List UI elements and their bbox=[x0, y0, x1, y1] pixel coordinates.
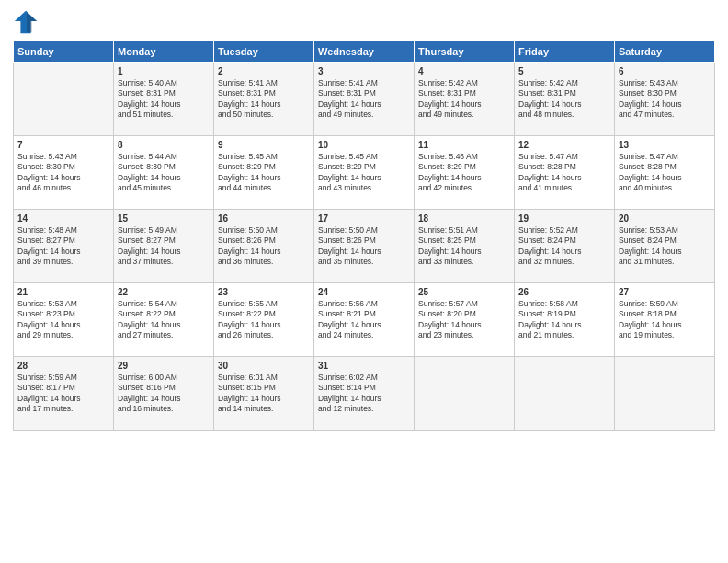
cell-2-6: 12Sunrise: 5:47 AM Sunset: 8:28 PM Dayli… bbox=[515, 136, 615, 210]
day-number: 30 bbox=[218, 361, 310, 371]
cell-info: Sunrise: 5:58 AM Sunset: 8:19 PM Dayligh… bbox=[518, 299, 610, 341]
cell-1-7: 6Sunrise: 5:43 AM Sunset: 8:30 PM Daylig… bbox=[615, 63, 715, 136]
cell-5-6 bbox=[515, 357, 615, 431]
cell-4-7: 27Sunrise: 5:59 AM Sunset: 8:18 PM Dayli… bbox=[615, 283, 715, 357]
cell-3-5: 18Sunrise: 5:51 AM Sunset: 8:25 PM Dayli… bbox=[415, 210, 515, 283]
cell-2-1: 7Sunrise: 5:43 AM Sunset: 8:30 PM Daylig… bbox=[14, 136, 114, 210]
cell-1-3: 2Sunrise: 5:41 AM Sunset: 8:31 PM Daylig… bbox=[214, 63, 314, 136]
cell-info: Sunrise: 5:48 AM Sunset: 8:27 PM Dayligh… bbox=[17, 225, 109, 268]
svg-marker-1 bbox=[26, 11, 37, 32]
cell-3-6: 19Sunrise: 5:52 AM Sunset: 8:24 PM Dayli… bbox=[515, 210, 615, 283]
svg-marker-0 bbox=[15, 11, 37, 33]
day-number: 10 bbox=[318, 140, 410, 150]
cell-info: Sunrise: 5:44 AM Sunset: 8:30 PM Dayligh… bbox=[118, 152, 210, 194]
cell-info: Sunrise: 5:43 AM Sunset: 8:30 PM Dayligh… bbox=[17, 152, 109, 194]
cell-4-2: 22Sunrise: 5:54 AM Sunset: 8:22 PM Dayli… bbox=[114, 283, 214, 357]
day-number: 25 bbox=[418, 287, 510, 297]
day-number: 2 bbox=[218, 66, 310, 76]
day-number: 12 bbox=[518, 140, 610, 150]
cell-info: Sunrise: 5:59 AM Sunset: 8:18 PM Dayligh… bbox=[619, 299, 711, 341]
day-number: 18 bbox=[418, 213, 510, 224]
day-number: 21 bbox=[17, 287, 109, 297]
cell-3-2: 15Sunrise: 5:49 AM Sunset: 8:27 PM Dayli… bbox=[114, 210, 214, 283]
cell-3-4: 17Sunrise: 5:50 AM Sunset: 8:26 PM Dayli… bbox=[314, 210, 415, 283]
day-number: 4 bbox=[418, 66, 510, 76]
day-number: 11 bbox=[418, 140, 510, 150]
day-number: 13 bbox=[619, 140, 711, 150]
day-number: 23 bbox=[218, 287, 310, 297]
day-number: 5 bbox=[518, 66, 610, 76]
cell-4-1: 21Sunrise: 5:53 AM Sunset: 8:23 PM Dayli… bbox=[14, 283, 114, 357]
cell-info: Sunrise: 5:56 AM Sunset: 8:21 PM Dayligh… bbox=[318, 299, 410, 341]
col-header-monday: Monday bbox=[114, 41, 214, 63]
cell-2-3: 9Sunrise: 5:45 AM Sunset: 8:29 PM Daylig… bbox=[214, 136, 314, 210]
cell-info: Sunrise: 5:46 AM Sunset: 8:29 PM Dayligh… bbox=[418, 152, 510, 194]
week-row-2: 7Sunrise: 5:43 AM Sunset: 8:30 PM Daylig… bbox=[14, 136, 715, 210]
cell-info: Sunrise: 5:51 AM Sunset: 8:25 PM Dayligh… bbox=[418, 225, 510, 268]
cell-5-5 bbox=[415, 357, 515, 431]
cell-info: Sunrise: 5:47 AM Sunset: 8:28 PM Dayligh… bbox=[619, 152, 711, 194]
day-number: 24 bbox=[318, 287, 410, 297]
cell-2-2: 8Sunrise: 5:44 AM Sunset: 8:30 PM Daylig… bbox=[114, 136, 214, 210]
cell-info: Sunrise: 6:02 AM Sunset: 8:14 PM Dayligh… bbox=[318, 373, 410, 415]
cell-info: Sunrise: 5:45 AM Sunset: 8:29 PM Dayligh… bbox=[218, 152, 310, 194]
cell-info: Sunrise: 5:53 AM Sunset: 8:23 PM Dayligh… bbox=[17, 299, 109, 341]
cell-info: Sunrise: 5:43 AM Sunset: 8:30 PM Dayligh… bbox=[619, 78, 711, 121]
cell-info: Sunrise: 5:42 AM Sunset: 8:31 PM Dayligh… bbox=[418, 78, 510, 121]
col-header-saturday: Saturday bbox=[615, 41, 715, 63]
cell-4-6: 26Sunrise: 5:58 AM Sunset: 8:19 PM Dayli… bbox=[515, 283, 615, 357]
cell-info: Sunrise: 5:47 AM Sunset: 8:28 PM Dayligh… bbox=[518, 152, 610, 194]
cell-info: Sunrise: 5:59 AM Sunset: 8:17 PM Dayligh… bbox=[17, 373, 109, 415]
col-header-friday: Friday bbox=[515, 41, 615, 63]
cell-1-6: 5Sunrise: 5:42 AM Sunset: 8:31 PM Daylig… bbox=[515, 63, 615, 136]
cell-1-2: 1Sunrise: 5:40 AM Sunset: 8:31 PM Daylig… bbox=[114, 63, 214, 136]
cell-4-5: 25Sunrise: 5:57 AM Sunset: 8:20 PM Dayli… bbox=[415, 283, 515, 357]
day-number: 27 bbox=[619, 287, 711, 297]
cell-info: Sunrise: 5:45 AM Sunset: 8:29 PM Dayligh… bbox=[318, 152, 410, 194]
day-number: 15 bbox=[118, 213, 210, 224]
day-number: 8 bbox=[118, 140, 210, 150]
day-number: 6 bbox=[619, 66, 711, 76]
cell-1-1 bbox=[14, 63, 114, 136]
calendar-table: SundayMondayTuesdayWednesdayThursdayFrid… bbox=[13, 40, 715, 431]
cell-1-4: 3Sunrise: 5:41 AM Sunset: 8:31 PM Daylig… bbox=[314, 63, 415, 136]
cell-4-3: 23Sunrise: 5:55 AM Sunset: 8:22 PM Dayli… bbox=[214, 283, 314, 357]
cell-info: Sunrise: 5:40 AM Sunset: 8:31 PM Dayligh… bbox=[118, 78, 210, 121]
col-header-sunday: Sunday bbox=[14, 41, 114, 63]
day-number: 22 bbox=[118, 287, 210, 297]
day-number: 14 bbox=[17, 213, 109, 224]
week-row-1: 1Sunrise: 5:40 AM Sunset: 8:31 PM Daylig… bbox=[14, 63, 715, 136]
cell-5-1: 28Sunrise: 5:59 AM Sunset: 8:17 PM Dayli… bbox=[14, 357, 114, 431]
cell-info: Sunrise: 5:42 AM Sunset: 8:31 PM Dayligh… bbox=[518, 78, 610, 121]
page: SundayMondayTuesdayWednesdayThursdayFrid… bbox=[0, 0, 728, 563]
logo-icon bbox=[13, 9, 39, 35]
cell-info: Sunrise: 5:49 AM Sunset: 8:27 PM Dayligh… bbox=[118, 225, 210, 268]
cell-info: Sunrise: 6:01 AM Sunset: 8:15 PM Dayligh… bbox=[218, 373, 310, 415]
day-number: 17 bbox=[318, 213, 410, 224]
week-row-3: 14Sunrise: 5:48 AM Sunset: 8:27 PM Dayli… bbox=[14, 210, 715, 283]
cell-5-7 bbox=[615, 357, 715, 431]
day-number: 16 bbox=[218, 213, 310, 224]
day-number: 1 bbox=[118, 66, 210, 76]
week-row-5: 28Sunrise: 5:59 AM Sunset: 8:17 PM Dayli… bbox=[14, 357, 715, 431]
week-row-4: 21Sunrise: 5:53 AM Sunset: 8:23 PM Dayli… bbox=[14, 283, 715, 357]
cell-5-4: 31Sunrise: 6:02 AM Sunset: 8:14 PM Dayli… bbox=[314, 357, 415, 431]
cell-info: Sunrise: 5:55 AM Sunset: 8:22 PM Dayligh… bbox=[218, 299, 310, 341]
header bbox=[13, 9, 715, 35]
day-number: 31 bbox=[318, 361, 410, 371]
cell-2-5: 11Sunrise: 5:46 AM Sunset: 8:29 PM Dayli… bbox=[415, 136, 515, 210]
cell-4-4: 24Sunrise: 5:56 AM Sunset: 8:21 PM Dayli… bbox=[314, 283, 415, 357]
cell-info: Sunrise: 5:50 AM Sunset: 8:26 PM Dayligh… bbox=[218, 225, 310, 268]
cell-5-2: 29Sunrise: 6:00 AM Sunset: 8:16 PM Dayli… bbox=[114, 357, 214, 431]
cell-2-7: 13Sunrise: 5:47 AM Sunset: 8:28 PM Dayli… bbox=[615, 136, 715, 210]
cell-info: Sunrise: 6:00 AM Sunset: 8:16 PM Dayligh… bbox=[118, 373, 210, 415]
cell-info: Sunrise: 5:50 AM Sunset: 8:26 PM Dayligh… bbox=[318, 225, 410, 268]
cell-info: Sunrise: 5:41 AM Sunset: 8:31 PM Dayligh… bbox=[318, 78, 410, 121]
col-header-thursday: Thursday bbox=[415, 41, 515, 63]
cell-1-5: 4Sunrise: 5:42 AM Sunset: 8:31 PM Daylig… bbox=[415, 63, 515, 136]
cell-5-3: 30Sunrise: 6:01 AM Sunset: 8:15 PM Dayli… bbox=[214, 357, 314, 431]
day-number: 29 bbox=[118, 361, 210, 371]
cell-info: Sunrise: 5:53 AM Sunset: 8:24 PM Dayligh… bbox=[619, 225, 711, 268]
day-number: 3 bbox=[318, 66, 410, 76]
day-number: 20 bbox=[619, 213, 711, 224]
